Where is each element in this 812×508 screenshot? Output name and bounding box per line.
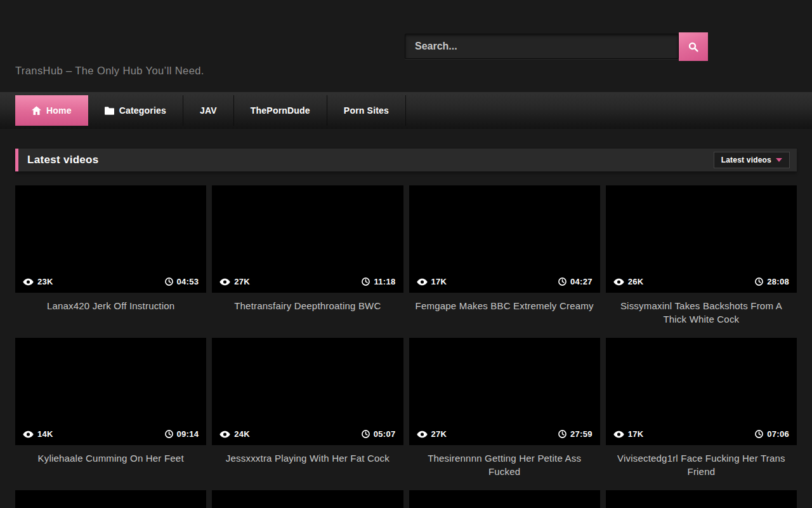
- video-title[interactable]: Vivisectedg1rl Face Fucking Her Trans Fr…: [606, 445, 797, 490]
- eye-icon: [417, 431, 428, 438]
- section-header: Latest videos Latest videos: [15, 149, 797, 171]
- duration-stat: 27:59: [558, 429, 593, 439]
- views-stat: 27K: [417, 429, 447, 439]
- nav-item-jav[interactable]: JAV: [183, 95, 234, 126]
- video-thumbnail[interactable]: 17K 07:06: [606, 338, 797, 445]
- video-thumbnail[interactable]: 26K 28:08: [606, 185, 797, 293]
- video-card[interactable]: 24K 05:07 Jessxxxtra Playing With Her Fa…: [212, 338, 403, 490]
- video-title[interactable]: Jessxxxtra Playing With Her Fat Cock: [212, 445, 403, 490]
- sort-dropdown-label: Latest videos: [721, 156, 771, 164]
- nav-item-categories[interactable]: Categories: [88, 95, 183, 126]
- thumb-stats: 17K 04:27: [409, 271, 600, 293]
- video-grid: 23K 04:53 Lanax420 Jerk Off Instruction: [0, 185, 812, 508]
- search-input[interactable]: [405, 34, 679, 59]
- views-count: 26K: [628, 277, 644, 286]
- home-icon: [32, 106, 41, 115]
- views-stat: 14K: [23, 429, 53, 439]
- eye-icon: [613, 431, 624, 438]
- video-thumbnail[interactable]: [606, 490, 797, 508]
- duration-stat: 28:08: [755, 277, 789, 286]
- clock-icon: [755, 430, 763, 438]
- clock-icon: [558, 277, 566, 286]
- eye-icon: [219, 278, 230, 286]
- video-card-partial[interactable]: [15, 490, 206, 508]
- site-header: TransHub – The Only Hub You’ll Need.: [0, 0, 812, 92]
- video-title[interactable]: Femgape Makes BBC Extremely Creamy: [409, 293, 600, 338]
- eye-icon: [23, 431, 34, 438]
- main-nav: Home Categories JAV ThePornDude Porn Sit…: [0, 92, 812, 129]
- duration-stat: 11:18: [362, 277, 395, 286]
- video-card[interactable]: 17K 04:27 Femgape Makes BBC Extremely Cr…: [409, 185, 600, 338]
- duration-value: 07:06: [767, 429, 789, 439]
- site-tagline: TransHub – The Only Hub You’ll Need.: [15, 65, 204, 77]
- video-thumbnail[interactable]: 27K 11:18: [212, 185, 403, 293]
- video-thumbnail[interactable]: [15, 490, 206, 508]
- video-thumbnail[interactable]: [409, 490, 600, 508]
- views-stat: 17K: [613, 429, 644, 439]
- video-card[interactable]: 14K 09:14 Kyliehaale Cumming On Her Feet: [15, 338, 206, 490]
- duration-value: 27:59: [570, 429, 593, 439]
- duration-stat: 07:06: [755, 429, 789, 439]
- views-stat: 24K: [219, 429, 250, 439]
- duration-value: 09:14: [177, 429, 199, 439]
- video-title[interactable]: Kyliehaale Cumming On Her Feet: [15, 445, 206, 490]
- video-thumbnail[interactable]: 17K 04:27: [409, 185, 600, 293]
- views-count: 14K: [37, 429, 53, 439]
- duration-value: 04:53: [177, 277, 199, 286]
- search-button[interactable]: [679, 32, 708, 61]
- duration-stat: 05:07: [362, 429, 396, 439]
- views-stat: 23K: [23, 277, 53, 286]
- eye-icon: [417, 278, 428, 286]
- video-card-partial[interactable]: [409, 490, 600, 508]
- thumb-stats: 17K 07:06: [606, 423, 797, 445]
- video-card-partial[interactable]: [606, 490, 797, 508]
- nav-item-label: Porn Sites: [344, 105, 389, 116]
- duration-value: 28:08: [767, 277, 789, 286]
- video-title[interactable]: Thesirennnn Getting Her Petite Ass Fucke…: [409, 445, 600, 490]
- video-card[interactable]: 23K 04:53 Lanax420 Jerk Off Instruction: [15, 185, 206, 338]
- nav-item-porn-sites[interactable]: Porn Sites: [327, 95, 406, 126]
- eye-icon: [23, 278, 34, 286]
- video-thumbnail[interactable]: [212, 490, 403, 508]
- views-count: 23K: [37, 277, 53, 286]
- views-count: 17K: [628, 429, 644, 439]
- folder-icon: [105, 107, 114, 115]
- nav-item-home[interactable]: Home: [15, 95, 88, 126]
- video-card[interactable]: 17K 07:06 Vivisectedg1rl Face Fucking He…: [606, 338, 797, 490]
- search-icon: [688, 41, 699, 53]
- nav-item-theporndude[interactable]: ThePornDude: [234, 95, 327, 126]
- video-card-partial[interactable]: [212, 490, 403, 508]
- search-form: [405, 32, 708, 61]
- video-title[interactable]: Sissymaxinl Takes Backshots From A Thick…: [606, 293, 797, 338]
- duration-value: 05:07: [374, 429, 396, 439]
- duration-stat: 04:53: [165, 277, 199, 286]
- video-title[interactable]: Thetransfairy Deepthroating BWC: [212, 293, 403, 338]
- thumb-stats: 14K 09:14: [15, 423, 206, 445]
- duration-stat: 09:14: [165, 429, 199, 439]
- nav-item-label: Home: [46, 105, 72, 116]
- sort-dropdown[interactable]: Latest videos: [714, 152, 790, 168]
- video-thumbnail[interactable]: 24K 05:07: [212, 338, 403, 445]
- nav-item-label: ThePornDude: [251, 105, 310, 116]
- video-thumbnail[interactable]: 27K 27:59: [409, 338, 600, 445]
- thumb-stats: 27K 27:59: [409, 423, 600, 445]
- eye-icon: [613, 278, 624, 286]
- views-stat: 27K: [219, 277, 250, 286]
- video-thumbnail[interactable]: 23K 04:53: [15, 185, 206, 293]
- video-card[interactable]: 26K 28:08 Sissymaxinl Takes Backshots Fr…: [606, 185, 797, 338]
- views-stat: 17K: [417, 277, 447, 286]
- video-title[interactable]: Lanax420 Jerk Off Instruction: [15, 293, 206, 338]
- duration-stat: 04:27: [558, 277, 593, 286]
- video-card[interactable]: 27K 11:18 Thetransfairy Deepthroating BW…: [212, 185, 403, 338]
- duration-value: 04:27: [570, 277, 593, 286]
- thumb-stats: 24K 05:07: [212, 423, 403, 445]
- video-thumbnail[interactable]: 14K 09:14: [15, 338, 206, 445]
- clock-icon: [165, 430, 173, 438]
- views-count: 27K: [234, 277, 250, 286]
- video-card[interactable]: 27K 27:59 Thesirennnn Getting Her Petite…: [409, 338, 600, 490]
- views-count: 27K: [431, 429, 447, 439]
- duration-value: 11:18: [374, 277, 395, 286]
- views-count: 17K: [431, 277, 447, 286]
- views-count: 24K: [234, 429, 250, 439]
- thumb-stats: 26K 28:08: [606, 271, 797, 293]
